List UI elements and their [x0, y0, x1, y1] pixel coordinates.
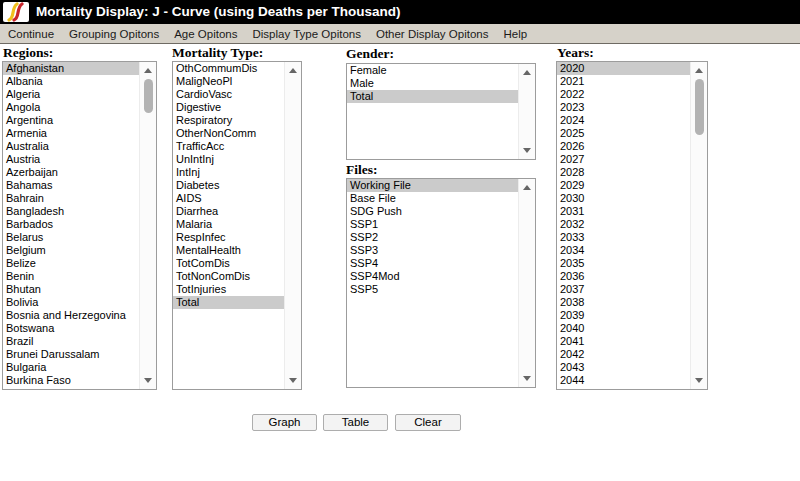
region-option[interactable]: Barbados — [3, 218, 139, 231]
mortality-type-option[interactable]: Malaria — [173, 218, 284, 231]
region-option[interactable]: Bulgaria — [3, 361, 139, 374]
year-option[interactable]: 2022 — [557, 88, 690, 101]
mortality-type-option[interactable]: CardioVasc — [173, 88, 284, 101]
year-option[interactable]: 2027 — [557, 153, 690, 166]
region-option[interactable]: Botswana — [3, 322, 139, 335]
scrollbar-thumb[interactable] — [695, 79, 704, 135]
mortality-type-option[interactable]: AIDS — [173, 192, 284, 205]
file-option[interactable]: SSP3 — [347, 244, 518, 257]
year-option[interactable]: 2041 — [557, 335, 690, 348]
table-button[interactable]: Table — [323, 414, 388, 431]
year-option[interactable]: 2021 — [557, 75, 690, 88]
year-option[interactable]: 2042 — [557, 348, 690, 361]
scroll-down-icon[interactable] — [140, 373, 156, 388]
graph-button[interactable]: Graph — [252, 414, 317, 431]
year-option[interactable]: 2035 — [557, 257, 690, 270]
gender-option[interactable]: Total — [347, 90, 518, 103]
year-option[interactable]: 2038 — [557, 296, 690, 309]
year-option[interactable]: 2028 — [557, 166, 690, 179]
region-option[interactable]: Benin — [3, 270, 139, 283]
region-option[interactable]: Argentina — [3, 114, 139, 127]
region-option[interactable]: Algeria — [3, 88, 139, 101]
regions-scrollbar[interactable] — [139, 62, 156, 389]
years-listbox[interactable]: 2020202120222023202420252026202720282029… — [556, 61, 708, 390]
region-option[interactable]: Bhutan — [3, 283, 139, 296]
mortality-type-option[interactable]: OthCommumDis — [173, 62, 284, 75]
menu-item[interactable]: Continue — [8, 28, 54, 40]
file-option[interactable]: SSP4Mod — [347, 270, 518, 283]
mortality-type-option[interactable]: OtherNonComm — [173, 127, 284, 140]
region-option[interactable]: Brazil — [3, 335, 139, 348]
menu-item[interactable]: Age Opitons — [174, 28, 237, 40]
file-option[interactable]: SSP1 — [347, 218, 518, 231]
menu-item[interactable]: Help — [503, 28, 527, 40]
years-scrollbar[interactable] — [690, 62, 707, 389]
year-option[interactable]: 2034 — [557, 244, 690, 257]
year-option[interactable]: 2026 — [557, 140, 690, 153]
year-option[interactable]: 2045 — [557, 387, 690, 389]
scroll-down-icon[interactable] — [285, 373, 301, 388]
mortality-type-option[interactable]: Diarrhea — [173, 205, 284, 218]
year-option[interactable]: 2023 — [557, 101, 690, 114]
region-option[interactable]: Albania — [3, 75, 139, 88]
region-option[interactable]: Afghanistan — [3, 62, 139, 75]
mortality-type-option[interactable]: Digestive — [173, 101, 284, 114]
scroll-up-icon[interactable] — [691, 63, 707, 78]
mortality-type-option[interactable]: TotInjuries — [173, 283, 284, 296]
mortality-type-option[interactable]: MentalHealth — [173, 244, 284, 257]
region-option[interactable]: Armenia — [3, 127, 139, 140]
region-option[interactable]: Brunei Darussalam — [3, 348, 139, 361]
mortality-type-option[interactable]: Respiratory — [173, 114, 284, 127]
regions-listbox[interactable]: AfghanistanAlbaniaAlgeriaAngolaArgentina… — [2, 61, 157, 390]
file-option[interactable]: SSP4 — [347, 257, 518, 270]
scroll-down-icon[interactable] — [691, 373, 707, 388]
file-option[interactable]: SSP5 — [347, 283, 518, 296]
file-option[interactable]: SSP2 — [347, 231, 518, 244]
scroll-up-icon[interactable] — [519, 180, 535, 195]
year-option[interactable]: 2043 — [557, 361, 690, 374]
year-option[interactable]: 2029 — [557, 179, 690, 192]
file-option[interactable]: Working File — [347, 179, 518, 192]
year-option[interactable]: 2040 — [557, 322, 690, 335]
file-option[interactable]: Base File — [347, 192, 518, 205]
year-option[interactable]: 2032 — [557, 218, 690, 231]
year-option[interactable]: 2031 — [557, 205, 690, 218]
region-option[interactable]: Bahamas — [3, 179, 139, 192]
region-option[interactable]: Bosnia and Herzegovina — [3, 309, 139, 322]
year-option[interactable]: 2033 — [557, 231, 690, 244]
scroll-down-icon[interactable] — [519, 143, 535, 158]
mortality-type-option[interactable]: TrafficAcc — [173, 140, 284, 153]
files-listbox[interactable]: Working FileBase FileSDG PushSSP1SSP2SSP… — [346, 178, 536, 388]
year-option[interactable]: 2037 — [557, 283, 690, 296]
year-option[interactable]: 2020 — [557, 62, 690, 75]
mortality-type-listbox[interactable]: OthCommumDisMaligNeoPlCardioVascDigestiv… — [172, 61, 302, 390]
gender-listbox[interactable]: FemaleMaleTotal — [346, 63, 536, 160]
files-scrollbar[interactable] — [518, 179, 535, 387]
year-option[interactable]: 2030 — [557, 192, 690, 205]
menu-item[interactable]: Display Type Opitons — [252, 28, 360, 40]
region-option[interactable]: Belgium — [3, 244, 139, 257]
region-option[interactable]: Bangladesh — [3, 205, 139, 218]
region-option[interactable]: Austria — [3, 153, 139, 166]
scroll-up-icon[interactable] — [140, 63, 156, 78]
region-option[interactable]: Bahrain — [3, 192, 139, 205]
gender-option[interactable]: Male — [347, 77, 518, 90]
mortality-type-option[interactable]: Total — [173, 296, 284, 309]
mortality-type-scrollbar[interactable] — [284, 62, 301, 389]
year-option[interactable]: 2039 — [557, 309, 690, 322]
region-option[interactable]: Angola — [3, 101, 139, 114]
year-option[interactable]: 2025 — [557, 127, 690, 140]
region-option[interactable]: Burkina Faso — [3, 374, 139, 387]
region-option[interactable]: Belarus — [3, 231, 139, 244]
clear-button[interactable]: Clear — [395, 414, 461, 431]
scroll-up-icon[interactable] — [285, 63, 301, 78]
mortality-type-option[interactable]: IntInj — [173, 166, 284, 179]
menu-item[interactable]: Other Display Opitons — [376, 28, 489, 40]
mortality-type-option[interactable]: TotComDis — [173, 257, 284, 270]
scrollbar-thumb[interactable] — [144, 79, 153, 113]
region-option[interactable]: Bolivia — [3, 296, 139, 309]
scroll-down-icon[interactable] — [519, 371, 535, 386]
mortality-type-option[interactable]: RespInfec — [173, 231, 284, 244]
scroll-up-icon[interactable] — [519, 65, 535, 80]
year-option[interactable]: 2024 — [557, 114, 690, 127]
